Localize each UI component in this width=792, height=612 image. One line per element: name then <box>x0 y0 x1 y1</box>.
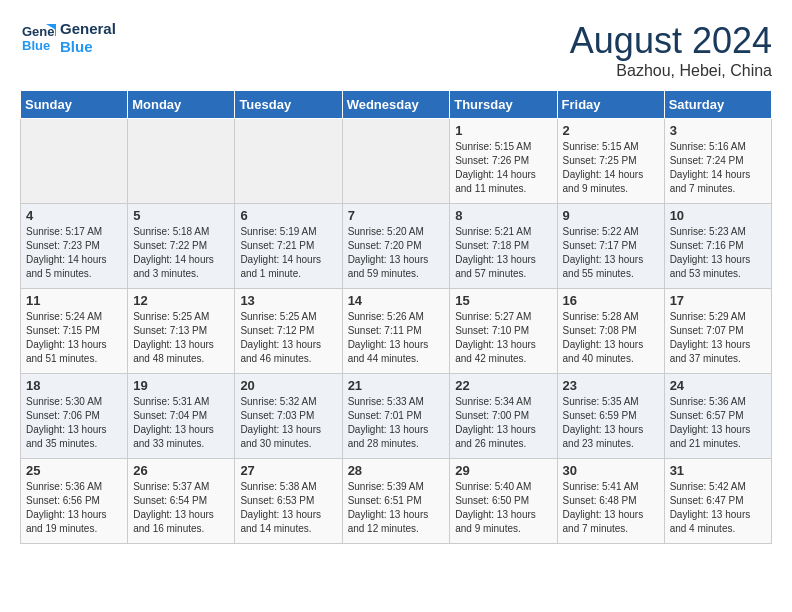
weekday-header-row: SundayMondayTuesdayWednesdayThursdayFrid… <box>21 91 772 119</box>
calendar-cell: 5Sunrise: 5:18 AM Sunset: 7:22 PM Daylig… <box>128 204 235 289</box>
day-info: Sunrise: 5:15 AM Sunset: 7:26 PM Dayligh… <box>455 140 551 196</box>
day-number: 12 <box>133 293 229 308</box>
day-info: Sunrise: 5:24 AM Sunset: 7:15 PM Dayligh… <box>26 310 122 366</box>
day-number: 20 <box>240 378 336 393</box>
day-number: 9 <box>563 208 659 223</box>
day-number: 26 <box>133 463 229 478</box>
calendar-cell: 21Sunrise: 5:33 AM Sunset: 7:01 PM Dayli… <box>342 374 450 459</box>
day-info: Sunrise: 5:26 AM Sunset: 7:11 PM Dayligh… <box>348 310 445 366</box>
calendar-cell: 17Sunrise: 5:29 AM Sunset: 7:07 PM Dayli… <box>664 289 771 374</box>
weekday-header-saturday: Saturday <box>664 91 771 119</box>
day-number: 13 <box>240 293 336 308</box>
calendar-cell: 4Sunrise: 5:17 AM Sunset: 7:23 PM Daylig… <box>21 204 128 289</box>
calendar-cell: 22Sunrise: 5:34 AM Sunset: 7:00 PM Dayli… <box>450 374 557 459</box>
day-info: Sunrise: 5:31 AM Sunset: 7:04 PM Dayligh… <box>133 395 229 451</box>
calendar-cell <box>235 119 342 204</box>
day-info: Sunrise: 5:39 AM Sunset: 6:51 PM Dayligh… <box>348 480 445 536</box>
day-number: 2 <box>563 123 659 138</box>
day-info: Sunrise: 5:18 AM Sunset: 7:22 PM Dayligh… <box>133 225 229 281</box>
weekday-header-friday: Friday <box>557 91 664 119</box>
day-number: 23 <box>563 378 659 393</box>
weekday-header-monday: Monday <box>128 91 235 119</box>
calendar-table: SundayMondayTuesdayWednesdayThursdayFrid… <box>20 90 772 544</box>
calendar-cell: 15Sunrise: 5:27 AM Sunset: 7:10 PM Dayli… <box>450 289 557 374</box>
day-info: Sunrise: 5:16 AM Sunset: 7:24 PM Dayligh… <box>670 140 766 196</box>
calendar-week-2: 4Sunrise: 5:17 AM Sunset: 7:23 PM Daylig… <box>21 204 772 289</box>
month-title: August 2024 <box>570 20 772 62</box>
day-number: 4 <box>26 208 122 223</box>
day-info: Sunrise: 5:34 AM Sunset: 7:00 PM Dayligh… <box>455 395 551 451</box>
day-number: 25 <box>26 463 122 478</box>
day-info: Sunrise: 5:37 AM Sunset: 6:54 PM Dayligh… <box>133 480 229 536</box>
calendar-cell: 18Sunrise: 5:30 AM Sunset: 7:06 PM Dayli… <box>21 374 128 459</box>
calendar-cell: 12Sunrise: 5:25 AM Sunset: 7:13 PM Dayli… <box>128 289 235 374</box>
weekday-header-tuesday: Tuesday <box>235 91 342 119</box>
day-info: Sunrise: 5:40 AM Sunset: 6:50 PM Dayligh… <box>455 480 551 536</box>
calendar-cell: 23Sunrise: 5:35 AM Sunset: 6:59 PM Dayli… <box>557 374 664 459</box>
day-info: Sunrise: 5:27 AM Sunset: 7:10 PM Dayligh… <box>455 310 551 366</box>
calendar-week-5: 25Sunrise: 5:36 AM Sunset: 6:56 PM Dayli… <box>21 459 772 544</box>
day-number: 22 <box>455 378 551 393</box>
day-number: 31 <box>670 463 766 478</box>
day-number: 11 <box>26 293 122 308</box>
day-info: Sunrise: 5:36 AM Sunset: 6:57 PM Dayligh… <box>670 395 766 451</box>
calendar-cell: 8Sunrise: 5:21 AM Sunset: 7:18 PM Daylig… <box>450 204 557 289</box>
day-number: 8 <box>455 208 551 223</box>
calendar-cell: 2Sunrise: 5:15 AM Sunset: 7:25 PM Daylig… <box>557 119 664 204</box>
title-block: August 2024 Bazhou, Hebei, China <box>570 20 772 80</box>
calendar-cell: 27Sunrise: 5:38 AM Sunset: 6:53 PM Dayli… <box>235 459 342 544</box>
calendar-cell: 1Sunrise: 5:15 AM Sunset: 7:26 PM Daylig… <box>450 119 557 204</box>
day-number: 6 <box>240 208 336 223</box>
calendar-cell: 24Sunrise: 5:36 AM Sunset: 6:57 PM Dayli… <box>664 374 771 459</box>
calendar-cell: 31Sunrise: 5:42 AM Sunset: 6:47 PM Dayli… <box>664 459 771 544</box>
day-info: Sunrise: 5:15 AM Sunset: 7:25 PM Dayligh… <box>563 140 659 196</box>
calendar-cell: 14Sunrise: 5:26 AM Sunset: 7:11 PM Dayli… <box>342 289 450 374</box>
calendar-week-3: 11Sunrise: 5:24 AM Sunset: 7:15 PM Dayli… <box>21 289 772 374</box>
calendar-cell: 3Sunrise: 5:16 AM Sunset: 7:24 PM Daylig… <box>664 119 771 204</box>
svg-text:Blue: Blue <box>22 38 50 53</box>
day-info: Sunrise: 5:35 AM Sunset: 6:59 PM Dayligh… <box>563 395 659 451</box>
location-subtitle: Bazhou, Hebei, China <box>570 62 772 80</box>
day-info: Sunrise: 5:22 AM Sunset: 7:17 PM Dayligh… <box>563 225 659 281</box>
page-header: General Blue General Blue August 2024 Ba… <box>20 20 772 80</box>
calendar-cell: 13Sunrise: 5:25 AM Sunset: 7:12 PM Dayli… <box>235 289 342 374</box>
day-number: 15 <box>455 293 551 308</box>
calendar-cell: 6Sunrise: 5:19 AM Sunset: 7:21 PM Daylig… <box>235 204 342 289</box>
day-info: Sunrise: 5:36 AM Sunset: 6:56 PM Dayligh… <box>26 480 122 536</box>
calendar-cell: 9Sunrise: 5:22 AM Sunset: 7:17 PM Daylig… <box>557 204 664 289</box>
day-info: Sunrise: 5:23 AM Sunset: 7:16 PM Dayligh… <box>670 225 766 281</box>
day-number: 24 <box>670 378 766 393</box>
day-number: 28 <box>348 463 445 478</box>
calendar-week-1: 1Sunrise: 5:15 AM Sunset: 7:26 PM Daylig… <box>21 119 772 204</box>
day-number: 10 <box>670 208 766 223</box>
day-number: 18 <box>26 378 122 393</box>
calendar-cell: 30Sunrise: 5:41 AM Sunset: 6:48 PM Dayli… <box>557 459 664 544</box>
logo-blue: Blue <box>60 38 116 56</box>
calendar-cell: 26Sunrise: 5:37 AM Sunset: 6:54 PM Dayli… <box>128 459 235 544</box>
logo-general: General <box>60 20 116 38</box>
calendar-cell: 29Sunrise: 5:40 AM Sunset: 6:50 PM Dayli… <box>450 459 557 544</box>
day-info: Sunrise: 5:17 AM Sunset: 7:23 PM Dayligh… <box>26 225 122 281</box>
day-info: Sunrise: 5:19 AM Sunset: 7:21 PM Dayligh… <box>240 225 336 281</box>
day-info: Sunrise: 5:25 AM Sunset: 7:12 PM Dayligh… <box>240 310 336 366</box>
day-number: 27 <box>240 463 336 478</box>
day-info: Sunrise: 5:30 AM Sunset: 7:06 PM Dayligh… <box>26 395 122 451</box>
day-number: 17 <box>670 293 766 308</box>
weekday-header-thursday: Thursday <box>450 91 557 119</box>
calendar-cell: 25Sunrise: 5:36 AM Sunset: 6:56 PM Dayli… <box>21 459 128 544</box>
day-number: 16 <box>563 293 659 308</box>
day-info: Sunrise: 5:32 AM Sunset: 7:03 PM Dayligh… <box>240 395 336 451</box>
day-info: Sunrise: 5:42 AM Sunset: 6:47 PM Dayligh… <box>670 480 766 536</box>
weekday-header-sunday: Sunday <box>21 91 128 119</box>
day-number: 14 <box>348 293 445 308</box>
day-info: Sunrise: 5:33 AM Sunset: 7:01 PM Dayligh… <box>348 395 445 451</box>
day-info: Sunrise: 5:41 AM Sunset: 6:48 PM Dayligh… <box>563 480 659 536</box>
day-info: Sunrise: 5:38 AM Sunset: 6:53 PM Dayligh… <box>240 480 336 536</box>
calendar-cell: 28Sunrise: 5:39 AM Sunset: 6:51 PM Dayli… <box>342 459 450 544</box>
day-info: Sunrise: 5:21 AM Sunset: 7:18 PM Dayligh… <box>455 225 551 281</box>
day-info: Sunrise: 5:20 AM Sunset: 7:20 PM Dayligh… <box>348 225 445 281</box>
calendar-cell: 16Sunrise: 5:28 AM Sunset: 7:08 PM Dayli… <box>557 289 664 374</box>
day-number: 29 <box>455 463 551 478</box>
logo: General Blue General Blue <box>20 20 116 56</box>
calendar-week-4: 18Sunrise: 5:30 AM Sunset: 7:06 PM Dayli… <box>21 374 772 459</box>
